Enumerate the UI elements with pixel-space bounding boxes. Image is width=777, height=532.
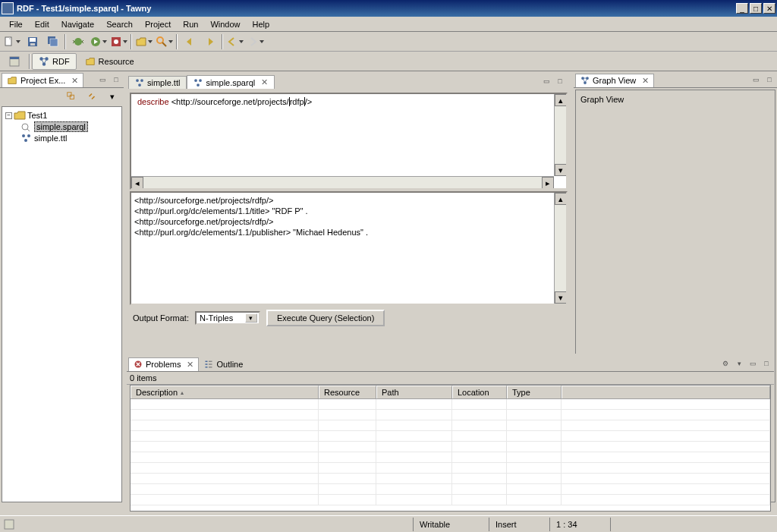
menu-project[interactable]: Project: [139, 18, 177, 30]
column-location[interactable]: Location: [452, 386, 507, 398]
svg-point-22: [136, 79, 139, 82]
sparql-file-icon: [193, 78, 203, 87]
scroll-down-button[interactable]: ▾: [555, 164, 567, 176]
menu-edit[interactable]: Edit: [29, 18, 55, 30]
tree-file-sparql[interactable]: simple.sparql: [20, 121, 118, 133]
minimize-view-button[interactable]: ▭: [96, 74, 109, 86]
query-controls: Output Format: N-Triples Execute Query (…: [130, 307, 568, 329]
search-button[interactable]: [156, 33, 173, 50]
close-button[interactable]: ✕: [763, 3, 775, 14]
svg-rect-34: [206, 367, 208, 368]
column-description[interactable]: Description: [131, 386, 319, 398]
vertical-scrollbar[interactable]: ▴▾: [554, 193, 566, 304]
window-titlebar: RDF - Test1/simple.sparql - Tawny _ □ ✕: [0, 0, 777, 17]
tree-file-ttl[interactable]: simple.ttl: [20, 133, 118, 143]
problems-tab[interactable]: Problems ✕: [128, 357, 199, 371]
menu-navigate[interactable]: Navigate: [55, 18, 100, 30]
graph-view-tab[interactable]: Graph View ✕: [575, 74, 654, 87]
perspective-resource[interactable]: Resource: [78, 53, 141, 70]
save-all-button[interactable]: [44, 33, 61, 50]
menu-search[interactable]: Search: [100, 18, 139, 30]
run-button[interactable]: [90, 33, 107, 50]
column-spacer[interactable]: [562, 386, 770, 398]
scroll-down-button[interactable]: ▾: [555, 291, 567, 304]
problems-count: 0 items: [127, 372, 774, 385]
scroll-up-button[interactable]: ▴: [555, 94, 567, 106]
next-annotation-button[interactable]: [201, 33, 219, 50]
minimize-button[interactable]: _: [736, 3, 748, 14]
debug-button[interactable]: [69, 33, 87, 50]
perspective-bar: RDF Resource: [0, 52, 777, 71]
minimize-view-button[interactable]: ▭: [750, 74, 762, 86]
tree-root-node[interactable]: − Test1: [5, 110, 118, 121]
results-text: <http://sourceforge.net/projects/rdfp/> …: [134, 196, 368, 237]
output-format-label: Output Format:: [133, 313, 189, 323]
menu-file[interactable]: File: [3, 18, 29, 30]
svg-rect-32: [206, 361, 208, 363]
column-type[interactable]: Type: [507, 386, 562, 398]
graph-view-placeholder: Graph View: [580, 95, 624, 104]
svg-point-24: [138, 83, 141, 87]
close-icon[interactable]: ✕: [261, 77, 268, 87]
new-button[interactable]: [3, 33, 20, 50]
view-menu-button[interactable]: ▾: [103, 88, 121, 105]
open-perspective-button[interactable]: [2, 53, 27, 70]
graph-view-title: Graph View: [593, 76, 636, 85]
perspective-resource-label: Resource: [99, 57, 134, 66]
svg-rect-0: [5, 37, 11, 46]
maximize-editor-button[interactable]: □: [554, 75, 566, 87]
project-explorer-tree[interactable]: − Test1 simple.sparql simple.ttl: [2, 106, 122, 502]
tree-toggle-icon[interactable]: −: [5, 112, 12, 119]
tree-file-ttl-label: simple.ttl: [34, 134, 67, 143]
scroll-left-button[interactable]: ◂: [131, 177, 143, 189]
scroll-right-button[interactable]: ▸: [542, 177, 554, 189]
link-editor-button[interactable]: [83, 88, 100, 105]
menu-help[interactable]: Help: [247, 18, 276, 30]
svg-rect-37: [209, 367, 212, 368]
query-editor[interactable]: describe <http://sourceforge.net/project…: [130, 93, 568, 190]
menu-run[interactable]: Run: [177, 18, 204, 30]
table-row: [131, 431, 770, 442]
status-icon: [3, 518, 15, 530]
close-icon[interactable]: ✕: [71, 76, 78, 86]
output-format-select[interactable]: N-Triples: [195, 311, 260, 325]
table-row: [131, 399, 770, 410]
project-explorer-tab[interactable]: Project Ex... ✕: [2, 73, 83, 87]
problems-tab-label: Problems: [146, 360, 181, 369]
forward-button[interactable]: [247, 33, 264, 50]
horizontal-scrollbar[interactable]: ◂▸: [131, 176, 554, 188]
table-row: [131, 495, 770, 505]
editor-tab-sparql[interactable]: simple.sparql ✕: [187, 75, 275, 89]
open-type-button[interactable]: [135, 33, 153, 50]
close-icon[interactable]: ✕: [187, 360, 193, 370]
dropdown-icon[interactable]: ▾: [733, 357, 745, 370]
outline-tab[interactable]: Outline: [199, 357, 248, 370]
window-title: RDF - Test1/simple.sparql - Tawny: [17, 4, 736, 13]
menu-window[interactable]: Window: [204, 18, 246, 30]
close-icon[interactable]: ✕: [642, 76, 649, 86]
external-tools-button[interactable]: [110, 33, 127, 50]
results-output[interactable]: <http://sourceforge.net/projects/rdfp/> …: [130, 191, 568, 305]
maximize-view-button[interactable]: □: [763, 74, 775, 86]
maximize-view-button[interactable]: □: [110, 74, 122, 86]
svg-point-20: [27, 134, 30, 137]
maximize-view-button[interactable]: □: [760, 357, 772, 370]
svg-point-26: [200, 79, 203, 82]
collapse-all-button[interactable]: [62, 88, 80, 105]
maximize-button[interactable]: □: [750, 3, 762, 14]
perspective-rdf-label: RDF: [52, 57, 70, 66]
execute-query-button[interactable]: Execute Query (Selection): [266, 310, 385, 326]
column-path[interactable]: Path: [376, 386, 452, 398]
view-menu-button[interactable]: ⚙: [719, 357, 731, 370]
minimize-editor-button[interactable]: ▭: [540, 75, 552, 87]
prev-annotation-button[interactable]: [181, 33, 198, 50]
perspective-rdf[interactable]: RDF: [32, 53, 77, 70]
vertical-scrollbar[interactable]: ▴▾: [554, 94, 566, 176]
project-folder-icon: [14, 111, 26, 120]
save-button[interactable]: [24, 33, 41, 50]
back-button[interactable]: [226, 33, 244, 50]
editor-tab-ttl[interactable]: simple.ttl: [128, 76, 187, 89]
minimize-view-button[interactable]: ▭: [747, 357, 759, 370]
scroll-up-button[interactable]: ▴: [555, 193, 567, 205]
column-resource[interactable]: Resource: [319, 386, 376, 398]
